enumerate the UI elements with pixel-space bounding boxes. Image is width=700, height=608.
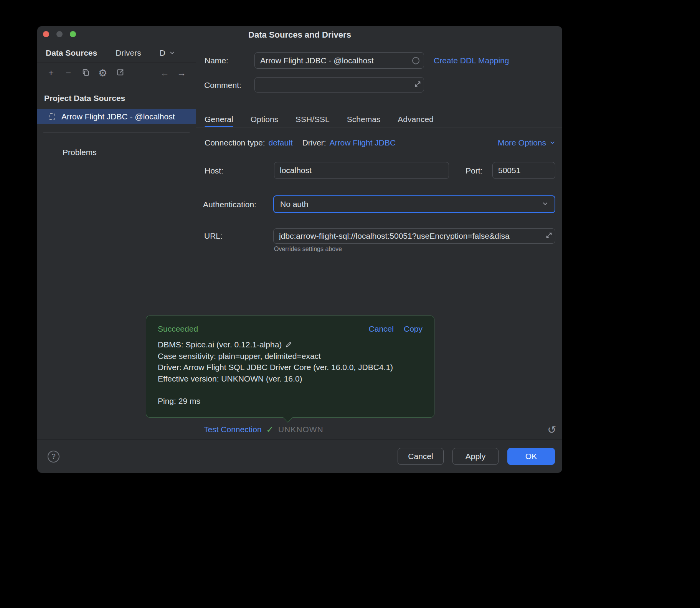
test-connection-link[interactable]: Test Connection — [204, 425, 262, 434]
help-button[interactable]: ? — [48, 451, 59, 463]
host-field — [274, 162, 449, 179]
authentication-label: Authentication: — [203, 200, 256, 209]
more-options-label: More Options — [498, 138, 546, 147]
tab-advanced[interactable]: Advanced — [398, 111, 433, 127]
tab-ddl-mappings-truncated[interactable]: D — [160, 48, 175, 58]
tab-options[interactable]: Options — [251, 111, 278, 127]
datasource-list-item-selected[interactable]: Arrow Flight JDBC - @localhost — [37, 109, 196, 124]
sidebar-toolbar: + − ⚙ ← → — [37, 63, 196, 83]
expand-comment-button[interactable] — [414, 81, 421, 89]
sidebar-divider — [43, 132, 190, 133]
host-input[interactable] — [274, 166, 449, 175]
gear-icon: ⚙ — [98, 68, 107, 78]
chevron-down-icon — [542, 200, 548, 209]
expand-icon — [414, 81, 421, 89]
ok-button[interactable]: OK — [507, 448, 555, 465]
expand-icon — [546, 232, 552, 240]
tab-ssh-ssl[interactable]: SSH/SSL — [296, 111, 330, 127]
driver-value-link[interactable]: Arrow Flight JDBC — [330, 138, 396, 147]
arrow-left-icon: ← — [160, 68, 169, 78]
settings-button[interactable]: ⚙ — [98, 68, 107, 78]
tab-data-sources[interactable]: Data Sources — [46, 48, 97, 58]
balloon-actions: Cancel Copy — [369, 324, 423, 334]
chevron-down-icon — [550, 138, 555, 147]
connection-type-label: Connection type: — [205, 138, 265, 147]
balloon-notch — [283, 413, 292, 422]
spinner-icon — [412, 57, 419, 64]
connection-type-row: Connection type: default Driver: Arrow F… — [205, 138, 555, 148]
dbms-line: DBMS: Spice.ai (ver. 0.12.1-alpha) — [158, 339, 282, 350]
url-input[interactable] — [274, 231, 555, 241]
driver-line: Driver: Arrow Flight SQL JDBC Driver Cor… — [158, 362, 423, 373]
name-label: Name: — [205, 56, 228, 65]
question-icon: ? — [51, 452, 56, 461]
ping-line: Ping: 29 ms — [158, 395, 423, 407]
balloon-details: DBMS: Spice.ai (ver. 0.12.1-alpha) Case … — [158, 339, 423, 407]
port-label: Port: — [466, 166, 482, 175]
host-label: Host: — [205, 166, 223, 175]
connection-type-value[interactable]: default — [269, 138, 293, 147]
add-data-source-button[interactable]: + — [46, 68, 56, 78]
driver-label: Driver: — [302, 138, 326, 147]
history-nav: ← → — [160, 68, 186, 78]
pencil-icon[interactable] — [285, 341, 292, 348]
balloon-header: Succeeded Cancel Copy — [158, 324, 423, 334]
case-sensitivity-line: Case sensitivity: plain=upper, delimited… — [158, 350, 423, 362]
url-override-note: Overrides settings above — [274, 246, 342, 253]
sidebar-tabs: Data Sources Drivers D — [37, 43, 196, 63]
check-icon: ✓ — [266, 425, 274, 435]
footer-buttons: Cancel Apply OK — [398, 448, 555, 465]
url-label: URL: — [204, 231, 223, 241]
comment-field — [254, 77, 424, 93]
tab-overflow-label: D — [160, 48, 165, 58]
authentication-value: No auth — [280, 200, 309, 209]
test-connection-row: Test Connection ✓ UNKNOWN — [204, 423, 324, 436]
tabs-divider — [196, 127, 562, 127]
window-title: Data Sources and Drivers — [37, 26, 562, 44]
comment-input[interactable] — [255, 80, 424, 89]
expand-url-button[interactable] — [546, 232, 552, 240]
duplicate-button[interactable] — [81, 68, 90, 78]
name-input[interactable] — [255, 56, 424, 65]
footer-bar: ? Cancel Apply OK — [37, 440, 562, 473]
test-connection-result-balloon: Succeeded Cancel Copy DBMS: Spice.ai (ve… — [146, 316, 434, 418]
datasource-item-label: Arrow Flight JDBC - @localhost — [61, 112, 175, 121]
titlebar: Data Sources and Drivers — [37, 26, 562, 43]
minus-icon: − — [66, 68, 71, 78]
name-field — [254, 52, 424, 69]
more-options-button[interactable]: More Options — [498, 138, 555, 147]
apply-button[interactable]: Apply — [452, 448, 499, 465]
cancel-button[interactable]: Cancel — [398, 448, 444, 465]
remove-data-source-button[interactable]: − — [64, 68, 73, 78]
test-result-text: UNKNOWN — [278, 425, 324, 434]
tab-general[interactable]: General — [205, 111, 233, 127]
undo-icon: ↺ — [547, 424, 556, 436]
create-ddl-mapping-link[interactable]: Create DDL Mapping — [434, 56, 509, 65]
back-button[interactable]: ← — [160, 68, 169, 78]
url-field — [273, 228, 555, 244]
tab-schemas[interactable]: Schemas — [347, 111, 381, 127]
tab-drivers[interactable]: Drivers — [116, 48, 141, 58]
status-succeeded: Succeeded — [158, 324, 198, 334]
project-data-sources-heading: Project Data Sources — [44, 94, 125, 103]
copy-icon — [82, 68, 90, 78]
export-button[interactable] — [116, 68, 125, 78]
sidebar-item-problems[interactable]: Problems — [63, 148, 97, 157]
export-icon — [116, 68, 124, 78]
plus-icon: + — [48, 68, 54, 78]
comment-label: Comment: — [204, 81, 241, 90]
port-field — [492, 162, 555, 179]
effective-version-line: Effective version: UNKNOWN (ver. 16.0) — [158, 373, 423, 385]
authentication-select[interactable]: No auth — [273, 195, 555, 213]
balloon-copy-link[interactable]: Copy — [404, 324, 423, 334]
balloon-cancel-link[interactable]: Cancel — [369, 324, 394, 334]
settings-tabs: General Options SSH/SSL Schemas Advanced — [205, 111, 434, 127]
datasource-driver-icon — [49, 113, 55, 120]
chevron-down-icon — [169, 48, 175, 58]
data-sources-dialog: Data Sources and Drivers Data Sources Dr… — [37, 26, 562, 473]
arrow-right-icon: → — [177, 68, 186, 78]
forward-button[interactable]: → — [177, 68, 186, 78]
port-input[interactable] — [493, 166, 555, 175]
revert-button[interactable]: ↺ — [547, 424, 556, 436]
